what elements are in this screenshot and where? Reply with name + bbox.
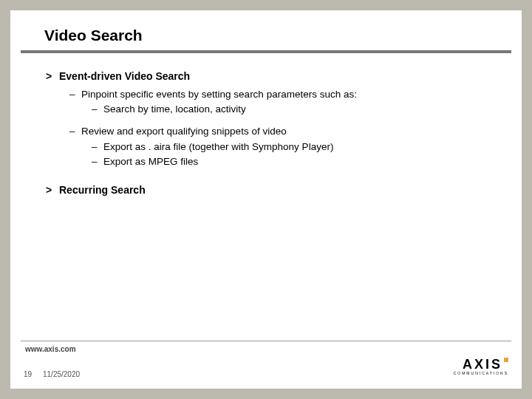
footer-divider: [21, 341, 511, 341]
dash-icon: –: [92, 140, 103, 154]
logo-brand: AXIS: [454, 358, 508, 371]
bullet-l1-recurring: > Recurring Search: [46, 183, 492, 197]
footer-url: www.axis.com: [25, 345, 76, 353]
dash-icon: –: [92, 155, 103, 168]
page-number: 19: [24, 370, 32, 378]
footer-date: 11/25/2020: [43, 370, 80, 378]
bullet-text: Export as MPEG files: [103, 155, 198, 168]
chevron-icon: >: [46, 69, 59, 83]
content-area: > Event-driven Video Search – Pinpoint s…: [10, 53, 522, 197]
logo-dot-icon: [504, 358, 508, 362]
dash-icon: –: [92, 103, 103, 116]
slide-title: Video Search: [10, 10, 522, 50]
bullet-l3-export-aira: – Export as . aira file (together with S…: [92, 140, 492, 154]
chevron-icon: >: [46, 183, 59, 197]
bullet-text: Review and export qualifying snippets of…: [81, 125, 287, 138]
bullet-l1-event-driven: > Event-driven Video Search: [46, 69, 492, 83]
bullet-text: Recurring Search: [59, 183, 146, 197]
bullet-text: Export as . aira file (together with Sym…: [103, 140, 333, 154]
bullet-l3-export-mpeg: – Export as MPEG files: [92, 155, 492, 168]
bullet-text: Pinpoint specific events by setting sear…: [81, 88, 357, 101]
slide: Video Search > Event-driven Video Search…: [5, 5, 527, 394]
spacer: [46, 170, 492, 183]
bullet-text: Event-driven Video Search: [59, 69, 190, 83]
bullet-l2-pinpoint: – Pinpoint specific events by setting se…: [69, 88, 492, 101]
bullet-l3-search-by: – Search by time, location, activity: [92, 103, 492, 116]
spacer: [46, 117, 492, 125]
logo-brand-text: AXIS: [463, 357, 502, 372]
bullet-l2-review: – Review and export qualifying snippets …: [69, 125, 492, 138]
dash-icon: –: [69, 88, 81, 101]
axis-logo: AXIS COMMUNICATIONS: [454, 358, 508, 375]
dash-icon: –: [69, 125, 81, 138]
logo-subtext: COMMUNICATIONS: [454, 371, 508, 375]
slide-inner: Video Search > Event-driven Video Search…: [10, 10, 522, 389]
bullet-text: Search by time, location, activity: [103, 103, 246, 116]
